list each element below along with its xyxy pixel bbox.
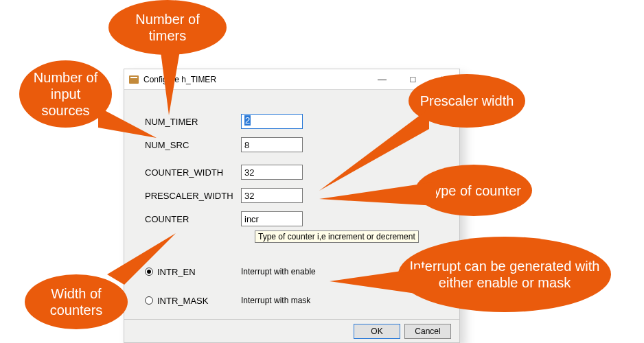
- input-prescaler-width[interactable]: [241, 188, 303, 203]
- cancel-button[interactable]: Cancel: [404, 324, 451, 339]
- dialog-footer: OK Cancel: [124, 319, 459, 342]
- callout-interrupt: Interrupt can be generated with either e…: [398, 237, 611, 312]
- label-intr-mask: INTR_MASK: [157, 296, 208, 306]
- svg-marker-3: [98, 107, 157, 138]
- input-counter-width[interactable]: [241, 165, 303, 180]
- callout-counter-type: Type of counter: [415, 165, 532, 216]
- desc-intr-en: Interrupt with enable: [241, 267, 316, 276]
- label-counter-width: COUNTER_WIDTH: [145, 167, 241, 178]
- input-num-src[interactable]: [241, 137, 303, 152]
- desc-intr-mask: Interrupt with mask: [241, 296, 310, 305]
- svg-marker-6: [107, 233, 176, 285]
- label-prescaler-width: PRESCALER_WIDTH: [145, 191, 241, 201]
- radio-intr-mask[interactable]: [145, 296, 153, 305]
- ok-button[interactable]: OK: [354, 324, 400, 339]
- callout-prescaler-width: Prescaler width: [409, 74, 525, 128]
- input-num-timer[interactable]: 2: [241, 114, 303, 129]
- callout-num-sources: Number of input sources: [19, 60, 112, 128]
- label-num-timer: NUM_TIMER: [145, 117, 241, 127]
- svg-marker-7: [330, 268, 426, 295]
- app-icon: [128, 74, 139, 85]
- svg-marker-2: [160, 47, 181, 115]
- input-counter[interactable]: [241, 211, 303, 226]
- minimize-button[interactable]: —: [367, 69, 398, 89]
- label-counter: COUNTER: [145, 214, 241, 224]
- label-num-src: NUM_SRC: [145, 140, 241, 150]
- svg-rect-0: [129, 75, 139, 84]
- tooltip-counter-type: Type of counter i,e increment or decreme…: [255, 230, 419, 243]
- svg-rect-1: [130, 77, 137, 78]
- svg-marker-5: [319, 182, 436, 206]
- callout-num-timers: Number of timers: [108, 0, 227, 55]
- callout-counter-width: Width of counters: [25, 274, 128, 329]
